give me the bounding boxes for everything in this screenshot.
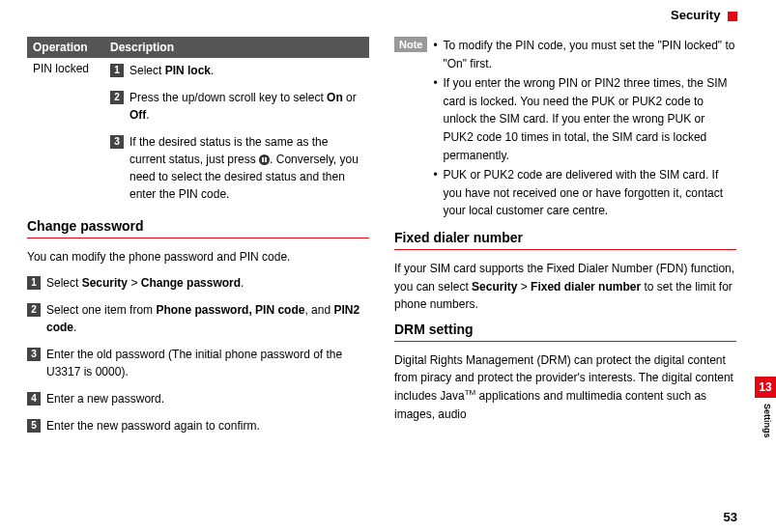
pin-step-2: 2 Press the up/down scroll key to select…	[110, 89, 363, 124]
step-text: Enter the old password (The initial phon…	[46, 346, 369, 380]
operation-row-pin-locked: PIN locked 1 Select PIN lock. 2 Press th…	[27, 58, 369, 212]
heading-drm: DRM setting	[394, 322, 736, 337]
note-item: • If you enter the wrong PIN or PIN2 thr…	[433, 74, 736, 164]
step-text: Select one item from Phone password, PIN…	[46, 301, 369, 336]
text-fragment: , and	[304, 303, 333, 317]
text-fragment: Select	[46, 276, 82, 290]
step-text: If the desired status is the same as the…	[129, 133, 363, 203]
bold-text: PIN lock	[165, 64, 211, 77]
text-fragment: .	[211, 64, 214, 77]
bold-text: Phone password, PIN code	[156, 303, 304, 317]
text-fragment: Select one item from	[46, 303, 156, 317]
step-number-icon: 5	[27, 419, 41, 433]
step-number-icon: 2	[110, 91, 124, 104]
change-password-intro: You can modify the phone password and PI…	[27, 248, 369, 266]
step-number-icon: 4	[27, 392, 41, 406]
bold-text: Off	[129, 108, 146, 122]
chapter-label: Settings	[762, 404, 772, 438]
bold-text: Change password	[141, 276, 241, 290]
pin-step-1: 1 Select PIN lock.	[110, 62, 363, 79]
bold-text: Security	[82, 276, 128, 290]
note-item: • PUK or PUK2 code are delivered with th…	[433, 166, 736, 220]
text-fragment: Press the up/down scroll key to select	[129, 91, 327, 104]
left-column: Operation Description PIN locked 1 Selec…	[27, 37, 369, 444]
page-number: 53	[724, 510, 737, 524]
cp-step-2: 2 Select one item from Phone password, P…	[27, 301, 369, 336]
text-fragment: .	[73, 321, 76, 334]
bullet-icon: •	[433, 74, 443, 164]
note-item: • To modify the PIN code, you must set t…	[433, 37, 736, 72]
heading-change-password: Change password	[27, 218, 369, 234]
heading-fixed-dialer: Fixed dialer number	[394, 230, 736, 245]
col-header-description: Description	[110, 41, 363, 54]
note-label: Note	[394, 37, 427, 52]
drm-body: Digital Rights Management (DRM) can prot…	[394, 351, 736, 423]
text-fragment: Select	[129, 64, 165, 77]
bold-text: On	[327, 91, 343, 104]
note-text: To modify the PIN code, you must set the…	[443, 37, 736, 72]
note-box: Note • To modify the PIN code, you must …	[394, 37, 736, 222]
step-number-icon: 1	[27, 276, 41, 290]
step-number-icon: 1	[110, 64, 124, 77]
step-number-icon: 2	[27, 303, 41, 317]
operation-table-header: Operation Description	[27, 37, 369, 58]
fdn-body: If your SIM card supports the Fixed Dial…	[394, 260, 736, 314]
bullet-icon: •	[433, 37, 443, 72]
text-fragment: or	[343, 91, 357, 104]
pin-step-3: 3 If the desired status is the same as t…	[110, 133, 363, 203]
step-number-icon: 3	[110, 135, 124, 149]
cp-step-5: 5 Enter the new password again to confir…	[27, 417, 369, 434]
note-text: PUK or PUK2 code are delivered with the …	[443, 166, 736, 220]
heading-underline	[27, 238, 369, 238]
section-title: Security	[671, 8, 720, 22]
text-fragment: .	[241, 276, 244, 290]
step-text: Press the up/down scroll key to select O…	[129, 89, 363, 124]
page-header: Security	[671, 8, 737, 22]
step-number-icon: 3	[27, 348, 41, 361]
step-text: Enter a new password.	[46, 390, 369, 407]
text-fragment: >	[128, 276, 141, 290]
cp-step-4: 4 Enter a new password.	[27, 390, 369, 407]
cp-step-3: 3 Enter the old password (The initial ph…	[27, 346, 369, 380]
bullet-icon: •	[433, 166, 443, 220]
bold-text: Fixed dialer number	[531, 280, 641, 294]
note-list: • To modify the PIN code, you must set t…	[433, 37, 736, 222]
heading-underline	[394, 249, 736, 250]
operation-name: PIN locked	[33, 62, 110, 212]
heading-underline	[394, 341, 736, 342]
text-fragment: .	[146, 108, 149, 122]
step-text: Enter the new password again to confirm.	[46, 417, 369, 434]
center-key-icon	[259, 154, 270, 165]
step-text: Select Security > Change password.	[46, 274, 369, 292]
col-header-operation: Operation	[33, 41, 110, 54]
note-text: If you enter the wrong PIN or PIN2 three…	[443, 74, 736, 164]
operation-steps: 1 Select PIN lock. 2 Press the up/down s…	[110, 62, 363, 212]
bold-text: Security	[472, 280, 517, 294]
text-fragment: >	[517, 280, 531, 294]
header-accent-dot	[728, 12, 737, 21]
content-columns: Operation Description PIN locked 1 Selec…	[0, 0, 776, 444]
step-text: Select PIN lock.	[129, 62, 363, 79]
right-column: Note • To modify the PIN code, you must …	[394, 37, 736, 444]
trademark-symbol: TM	[465, 388, 476, 397]
cp-step-1: 1 Select Security > Change password.	[27, 274, 369, 292]
chapter-tab: 13	[755, 377, 776, 398]
